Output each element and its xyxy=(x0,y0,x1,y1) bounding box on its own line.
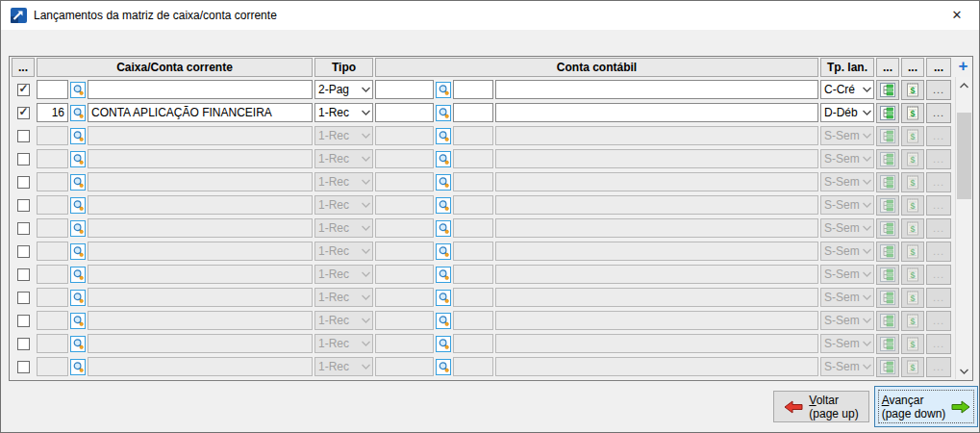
conta-lookup-button[interactable] xyxy=(436,336,451,352)
money-detail-button: $ xyxy=(901,149,924,169)
conta-name-field[interactable] xyxy=(495,103,818,122)
caixa-name-field[interactable] xyxy=(88,80,313,99)
row-select-checkbox[interactable] xyxy=(17,222,30,235)
conta-lookup-button[interactable] xyxy=(436,197,451,214)
caixa-code-field[interactable] xyxy=(37,80,68,99)
tipo-select[interactable]: 2-Pag xyxy=(314,80,373,99)
caixa-code-field[interactable]: 16 xyxy=(37,103,68,122)
row-select-checkbox[interactable] xyxy=(17,176,30,189)
svg-text:$: $ xyxy=(910,109,915,118)
row-select-checkbox[interactable] xyxy=(17,245,30,258)
dollar-note-icon: $ xyxy=(906,82,919,97)
tree-detail-button[interactable] xyxy=(876,80,899,100)
conta-lookup-button[interactable] xyxy=(436,128,451,144)
caixa-lookup-button[interactable] xyxy=(70,243,86,260)
caixa-lookup-button[interactable] xyxy=(70,174,86,191)
vertical-scrollbar[interactable] xyxy=(955,77,971,379)
dollar-note-icon: $ xyxy=(906,197,919,213)
row-select-checkbox[interactable] xyxy=(17,153,30,166)
caixa-lookup-button[interactable] xyxy=(70,82,86,98)
svg-text:$: $ xyxy=(910,293,915,303)
svg-text:$: $ xyxy=(910,340,915,349)
voltar-label: Voltar xyxy=(809,394,858,407)
close-icon[interactable]: ✕ xyxy=(935,1,979,30)
conta-reduzido-field xyxy=(453,288,493,307)
tree-view-icon xyxy=(880,129,895,143)
row-select-checkbox[interactable] xyxy=(17,130,30,142)
tree-view-icon xyxy=(880,360,895,374)
conta-lookup-button[interactable] xyxy=(436,359,451,375)
tp-lan-select[interactable]: C-Cré xyxy=(820,80,874,99)
caixa-lookup-button[interactable] xyxy=(70,128,86,144)
conta-reduzido-field xyxy=(453,334,493,353)
window-title: Lançamentos da matriz de caixa/conta cor… xyxy=(34,1,277,30)
add-row-icon[interactable]: + xyxy=(955,57,971,77)
money-detail-button[interactable]: $ xyxy=(901,80,924,100)
chevron-down-icon xyxy=(362,202,370,208)
caixa-name-field[interactable]: CONTA APLICAÇÃO FINANCEIRA xyxy=(88,103,313,122)
row-select-checkbox[interactable] xyxy=(17,338,30,350)
dollar-note-icon: $ xyxy=(906,128,919,143)
table-row: 2-Pag C-Cré xyxy=(12,78,972,101)
row-select-checkbox[interactable] xyxy=(17,292,30,304)
magnifier-icon xyxy=(72,292,85,304)
conta-lookup-button[interactable] xyxy=(436,105,451,121)
matrix-grid: ... Caixa/Conta corrente Tipo Conta cont… xyxy=(9,56,973,381)
caixa-lookup-button[interactable] xyxy=(70,220,86,237)
conta-name-field[interactable] xyxy=(495,80,818,99)
conta-lookup-button[interactable] xyxy=(436,220,451,237)
scroll-up-icon[interactable] xyxy=(956,77,972,93)
magnifier-icon xyxy=(438,245,450,258)
row-select-checkbox[interactable] xyxy=(17,84,30,96)
caixa-lookup-button[interactable] xyxy=(70,313,86,329)
conta-code-field[interactable] xyxy=(375,80,434,99)
conta-lookup-button[interactable] xyxy=(436,243,451,260)
avancar-button[interactable]: Avançar (page down) xyxy=(874,386,978,427)
conta-lookup-button[interactable] xyxy=(436,290,451,306)
tree-detail-button[interactable] xyxy=(876,103,899,123)
tipo-select[interactable]: 1-Rec xyxy=(314,103,373,122)
table-row: 1-Rec S-Sem xyxy=(12,355,972,378)
magnifier-icon xyxy=(438,107,450,119)
more-options-button: ... xyxy=(926,149,951,169)
money-detail-button: $ xyxy=(901,242,924,262)
caixa-code-field xyxy=(37,195,68,215)
caixa-name-field xyxy=(88,357,313,376)
row-select-checkbox[interactable] xyxy=(17,107,30,119)
conta-lookup-button[interactable] xyxy=(436,313,451,329)
caixa-lookup-button[interactable] xyxy=(70,359,86,375)
conta-code-field[interactable] xyxy=(375,103,434,122)
chevron-down-icon xyxy=(362,156,370,162)
caixa-lookup-button[interactable] xyxy=(70,290,86,306)
conta-reduzido-field[interactable] xyxy=(453,103,493,122)
more-options-button[interactable]: ... xyxy=(926,103,951,123)
scrollbar-thumb[interactable] xyxy=(957,113,971,199)
conta-reduzido-field xyxy=(453,126,493,145)
row-select-checkbox[interactable] xyxy=(17,268,30,281)
conta-code-field xyxy=(375,242,434,261)
row-select-checkbox[interactable] xyxy=(17,361,30,373)
tp-lan-select: S-Sem xyxy=(820,311,874,330)
voltar-button[interactable]: Voltar (page up) xyxy=(773,391,869,422)
more-options-button[interactable]: ... xyxy=(926,80,951,100)
dialog-window: Lançamentos da matriz de caixa/conta cor… xyxy=(0,0,980,433)
magnifier-icon xyxy=(72,361,85,373)
row-select-checkbox[interactable] xyxy=(17,315,30,327)
table-row: 1-Rec S-Sem xyxy=(12,332,972,355)
caixa-lookup-button[interactable] xyxy=(70,267,86,283)
tp-lan-select[interactable]: D-Déb xyxy=(820,103,874,122)
caixa-lookup-button[interactable] xyxy=(70,151,86,167)
caixa-lookup-button[interactable] xyxy=(70,336,86,352)
caixa-lookup-button[interactable] xyxy=(70,197,86,214)
conta-lookup-button[interactable] xyxy=(436,174,451,191)
row-select-checkbox[interactable] xyxy=(17,199,30,212)
conta-reduzido-field[interactable] xyxy=(453,80,493,99)
conta-code-field xyxy=(375,334,434,353)
tree-detail-button xyxy=(876,265,899,285)
conta-lookup-button[interactable] xyxy=(436,151,451,167)
scroll-down-icon[interactable] xyxy=(956,363,972,379)
caixa-lookup-button[interactable] xyxy=(70,105,86,121)
conta-lookup-button[interactable] xyxy=(436,267,451,283)
conta-lookup-button[interactable] xyxy=(436,82,451,98)
money-detail-button[interactable]: $ xyxy=(901,103,924,123)
